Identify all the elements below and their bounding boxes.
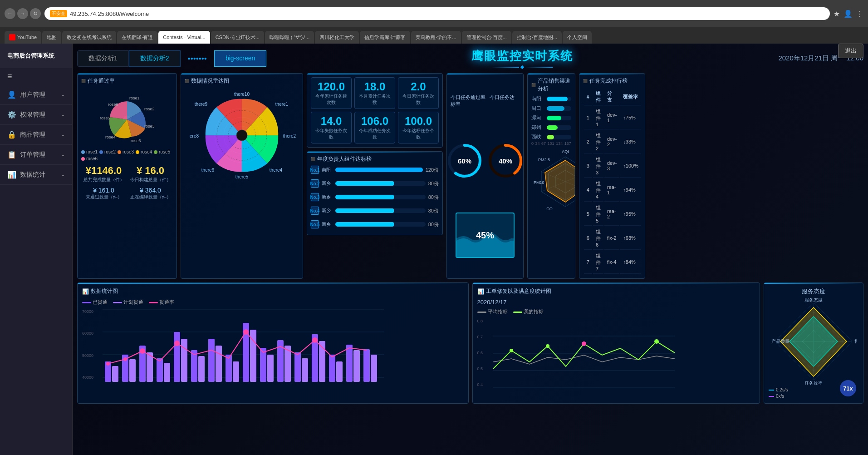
svg-point-89 [582,341,586,346]
browser-nav: ← → ↻ [5,8,41,19]
user-icon[interactable]: 👤 [843,10,853,18]
sidebar-stats-label: 数据统计 [20,171,45,179]
col-rank: # [584,89,592,105]
app-title: 电商后台管理系统 [7,52,54,60]
compiling-label: 正在编译数量（件） [128,194,173,200]
sidebar-toggle-button[interactable]: ≡ [0,68,72,85]
stat-box-3: 14.0 今年失败任务次数 [311,112,352,143]
stat-box-2: 2.0 今日累计任务次数 [398,77,439,109]
bar-label-2: 漯河 [531,114,544,121]
menu-icon[interactable]: ⋮ [856,10,863,18]
rank-1: No.2 [311,179,319,188]
tab-bili[interactable]: 哔哩哔哩 ( °∀°)ﾉ... [265,31,314,44]
cell-rate-1: ↓33% [620,130,641,153]
refresh-button[interactable]: ↻ [30,8,41,19]
legend-0x-label: 0x/s [776,394,784,399]
browser-tabs: YouTube 地图 教之初在线考试系统 在线翻译·有道 Contests - … [0,27,868,44]
chevron-down-icon-4: ⌄ [61,152,65,157]
tab-baidu-label: 管理控制台·百度... [466,34,507,41]
tab-personal[interactable]: 个人空间 [563,31,592,44]
progress-fill-2 [335,195,394,199]
data-situation-title: 数据情况雷达图 [185,77,299,85]
right-row2: 📊 工单修复以及满意度统计图 2020/12/17 平均指标 我的指标 0.8 … [472,282,864,404]
tab-map[interactable]: 地图 [42,31,61,44]
tab-data-analysis-2[interactable]: 数据分析2 [129,50,181,67]
cell-rank-3: 4 [584,178,592,202]
address-bar[interactable]: 不安全 49.235.74.25:8080/#/welcome [44,7,830,20]
legend-rose1: rose1 [81,149,98,154]
total-label: 总共完成数量（件） [81,177,126,183]
tab-big-screen[interactable]: big-screen [214,50,266,67]
svg-text:rose6: rose6 [108,102,118,107]
tab-group: 数据分析1 数据分析2 ●●●●●●● big-screen [77,50,266,67]
annual-tasks-title: 年度负责人组件达标榜 [311,155,439,163]
cell-branch-6: fix-4 [604,251,619,274]
progress-track-0 [335,168,423,172]
sidebar-item-stats[interactable]: 📊 数据统计 ⌄ [0,165,72,185]
back-button[interactable]: ← [5,8,15,19]
repair-chart-svg: 工单 [493,319,675,389]
tab-data-analysis-1[interactable]: 数据分析1 [77,50,129,67]
legend-rose4: rose4 [136,149,152,154]
rose-chart: rose1 rose2 rose3 rose3 rose4 rose5 rose… [91,88,163,147]
tab-exam[interactable]: 教之初在线考试系统 [62,31,116,44]
table-row: 1 组件1 dev-1 ↑75% [584,106,641,129]
cell-rank-2: 3 [584,154,592,178]
deco-diamond [520,65,524,69]
tab-runoob[interactable]: 菜鸟教程·学的不... [411,31,461,44]
legend-rate: 贯通率 [149,299,174,306]
tab-jisuanke[interactable]: 信息学霸库·计蒜客 [360,31,410,44]
stats-panel: 120.0 今年累计任务建次数 18.0 本月累计任务次数 2.0 今日累计任务… [307,73,443,148]
tab-translate[interactable]: 在线翻译·有道 [117,31,157,44]
task-item-4: No.5 新乡 80份 [311,220,439,228]
bar-track-1 [547,106,571,111]
bookmark-icon[interactable]: ★ [834,10,840,18]
svg-point-78 [140,348,145,354]
tab-youtube[interactable]: YouTube [5,31,41,44]
tab-exam-label: 教之初在线考试系统 [67,34,112,41]
aqi-radar-chart: AQI SO2 NO2 CO PM10 PM2.5 [531,148,575,216]
bar-row-3: 郑州 [531,124,571,131]
dashboard: 数据分析1 数据分析2 ●●●●●●● big-screen 鹰眼监控实时系统 [73,44,868,455]
badge-71x: 71x [840,380,856,396]
svg-rect-55 [198,356,205,382]
forward-button[interactable]: → [17,8,28,19]
tab-active[interactable]: Contests - Virtual... [158,31,210,44]
sidebar-item-goods[interactable]: 🔒 商品管理 ⌄ [0,125,72,145]
name-3: 新乡 [322,208,333,214]
row1-panels: 任务通过率 [77,73,863,279]
y-axis-labels: 70000 60000 50000 40000 [82,309,93,380]
tab-baidu[interactable]: 管理控制台·百度... [462,31,511,44]
stat-value-5: 100.0 [402,115,435,128]
tab-scu[interactable]: 四川轻化工大学 [315,31,359,44]
total-value: ¥1146.0 [81,165,126,177]
repair-chart-icon: 📊 [477,288,484,295]
tab-map2[interactable]: 控制台·百度地图... [512,31,562,44]
svg-point-81 [312,337,318,343]
cell-comp-4: 组件5 [593,203,603,226]
rose-legend: rose1 rose2 rose3 rose4 rose5 rose6 [81,149,173,161]
stat-value-2: 2.0 [402,80,435,93]
stat-value-3: 14.0 [315,115,348,128]
svg-text:there4: there4 [270,168,283,173]
progress-fill-1 [335,181,394,186]
svg-point-90 [654,339,659,344]
youtube-favicon [9,34,15,40]
goods-icon: 🔒 [7,130,16,139]
today-label: 今日构建总量（件） [128,177,173,183]
svg-rect-51 [164,363,170,382]
tab-csdn[interactable]: CSDN·专业IT技术... [211,31,264,44]
cell-comp-0: 组件1 [593,106,603,129]
sidebar-item-orders[interactable]: 📋 订单管理 ⌄ [0,145,72,165]
browser-chrome: ← → ↻ 不安全 49.235.74.25:8080/#/welcome ★ … [0,0,868,27]
sidebar-item-users[interactable]: 👤 用户管理 ⌄ [0,85,72,105]
svg-text:PM2.5: PM2.5 [538,158,550,162]
task-pass-title: 任务通过率 [81,77,173,85]
bar-track-4 [547,135,571,139]
stat-box-0: 120.0 今年累计任务建次数 [311,77,352,109]
rank-0: No.1 [311,166,319,174]
logout-button[interactable]: 退出 [838,44,863,58]
name-0: 南阳 [322,167,333,173]
chart-area: 70000 60000 50000 40000 [82,309,464,384]
sidebar-item-permissions[interactable]: ⚙️ 权限管理 ⌄ [0,105,72,125]
